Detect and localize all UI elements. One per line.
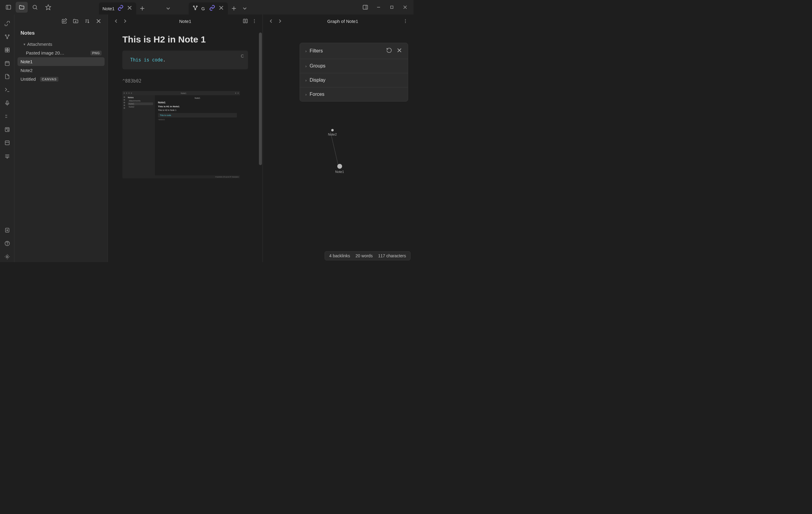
nav-back-icon[interactable]: [112, 17, 121, 26]
close-window-icon[interactable]: [399, 2, 411, 13]
tab-graph[interactable]: G: [189, 2, 228, 14]
svg-point-71: [405, 19, 406, 20]
dice-icon[interactable]: [2, 124, 13, 135]
minimize-icon[interactable]: [373, 2, 385, 13]
nav-forward-icon[interactable]: [276, 17, 285, 26]
graph-node-note2[interactable]: Note2: [328, 129, 337, 136]
file-label: Pasted image 20…: [26, 50, 89, 55]
new-tab-button-2[interactable]: [229, 2, 239, 14]
graph-forces-row[interactable]: › Forces: [300, 87, 408, 101]
editor-header: Note1: [108, 14, 263, 28]
reading-view-icon[interactable]: [241, 17, 250, 26]
tab-dropdown-icon-2[interactable]: [239, 2, 250, 14]
code-content: This is code: [130, 57, 163, 63]
files-icon[interactable]: [16, 2, 28, 13]
svg-rect-29: [5, 48, 7, 50]
sort-icon[interactable]: [83, 17, 91, 25]
file-untitled-canvas[interactable]: Untitled CANVAS: [18, 75, 105, 84]
command-palette-icon[interactable]: [2, 84, 13, 95]
svg-point-9: [193, 6, 194, 7]
file-label: Note2: [21, 68, 33, 73]
right-sidebar-toggle-icon[interactable]: [359, 2, 371, 13]
sidebar-toggle-icon[interactable]: [2, 2, 14, 13]
svg-point-2: [33, 5, 36, 9]
link-icon: [209, 5, 215, 12]
quick-switcher-icon[interactable]: [2, 18, 13, 29]
svg-rect-55: [5, 228, 9, 232]
editor-title[interactable]: Note1: [129, 19, 241, 24]
code-block[interactable]: C This is code.: [122, 51, 248, 69]
vault-icon[interactable]: [2, 225, 13, 236]
svg-rect-33: [5, 61, 9, 65]
svg-point-72: [405, 21, 406, 22]
close-icon[interactable]: [126, 5, 133, 12]
svg-point-56: [7, 230, 7, 231]
close-panel-icon[interactable]: [396, 47, 402, 55]
graph-title: Graph of Note1: [285, 19, 401, 24]
graph-header: Graph of Note1: [263, 14, 413, 28]
markdown-icon[interactable]: [2, 111, 13, 122]
file-pasted-image[interactable]: Pasted image 20… PNG: [18, 49, 105, 57]
canvas-icon[interactable]: [2, 44, 13, 55]
file-tree: ▾ Attachments Pasted image 20… PNG Note1…: [14, 40, 108, 84]
folder-label: Attachments: [27, 41, 52, 47]
new-tab-button[interactable]: [137, 2, 148, 14]
collapse-icon[interactable]: [94, 17, 103, 25]
ribbon: [0, 14, 14, 262]
maximize-icon[interactable]: [386, 2, 398, 13]
svg-point-24: [5, 35, 6, 35]
svg-point-10: [196, 6, 197, 7]
svg-point-26: [7, 38, 7, 38]
file-badge: CANVAS: [40, 77, 58, 82]
h2-heading: This is H2 in Note 1: [122, 34, 248, 44]
status-words[interactable]: 20 words: [356, 253, 373, 258]
graph-node-note1[interactable]: Note1: [335, 164, 344, 174]
node-label: Note1: [335, 170, 344, 174]
tab-label: G: [201, 6, 206, 11]
embedded-image[interactable]: Note1 Notes Attachments Note1 Note2 Note…: [122, 91, 240, 178]
nav-back-icon[interactable]: [266, 17, 276, 26]
chevron-right-icon: ›: [305, 92, 307, 97]
bookmark-icon[interactable]: [42, 2, 54, 13]
graph-pane: Graph of Note1 Note2 Note1 › Filters: [263, 14, 413, 262]
svg-line-27: [6, 36, 7, 38]
graph-display-row[interactable]: › Display: [300, 73, 408, 87]
mic-icon[interactable]: [2, 98, 13, 109]
file-note1[interactable]: Note1: [18, 57, 105, 66]
editor-content[interactable]: Note1 This is H2 in Note 1 C This is cod…: [108, 28, 263, 262]
templates-icon[interactable]: [2, 71, 13, 82]
tab-dropdown-icon[interactable]: [163, 2, 174, 14]
more-options-icon[interactable]: [250, 17, 259, 26]
search-icon[interactable]: [29, 2, 41, 13]
svg-point-47: [7, 128, 8, 129]
close-icon[interactable]: [218, 5, 224, 12]
vault-title[interactable]: Notes: [14, 28, 108, 40]
control-label: Filters: [310, 48, 323, 54]
tab-note1[interactable]: Note1: [99, 2, 136, 14]
titlebar-left: [0, 2, 57, 13]
status-backlinks[interactable]: 4 backlinks: [329, 253, 350, 258]
status-chars[interactable]: 117 characters: [378, 253, 406, 258]
svg-rect-30: [7, 48, 9, 50]
graph-canvas[interactable]: Note2 Note1 › Filters › Groups: [263, 28, 413, 262]
daily-note-icon[interactable]: [2, 58, 13, 69]
settings-icon[interactable]: [2, 251, 13, 262]
file-note2[interactable]: Note2: [18, 66, 105, 75]
svg-point-68: [254, 19, 255, 20]
svg-point-46: [7, 130, 8, 131]
graph-filters-row[interactable]: › Filters: [300, 43, 408, 59]
nav-forward-icon[interactable]: [121, 17, 129, 26]
new-note-icon[interactable]: [60, 17, 68, 25]
reset-icon[interactable]: [386, 47, 392, 55]
new-folder-icon[interactable]: [71, 17, 80, 25]
help-icon[interactable]: [2, 238, 13, 249]
svg-rect-21: [390, 6, 393, 8]
stack-icon[interactable]: [2, 151, 13, 161]
layout-icon[interactable]: [2, 138, 13, 148]
folder-attachments[interactable]: ▾ Attachments: [18, 40, 105, 49]
graph-groups-row[interactable]: › Groups: [300, 59, 408, 73]
more-options-icon[interactable]: [401, 17, 410, 26]
graph-controls-panel: › Filters › Groups › Display ›: [299, 43, 408, 101]
graph-view-icon[interactable]: [2, 31, 13, 42]
scrollbar[interactable]: [259, 33, 262, 165]
